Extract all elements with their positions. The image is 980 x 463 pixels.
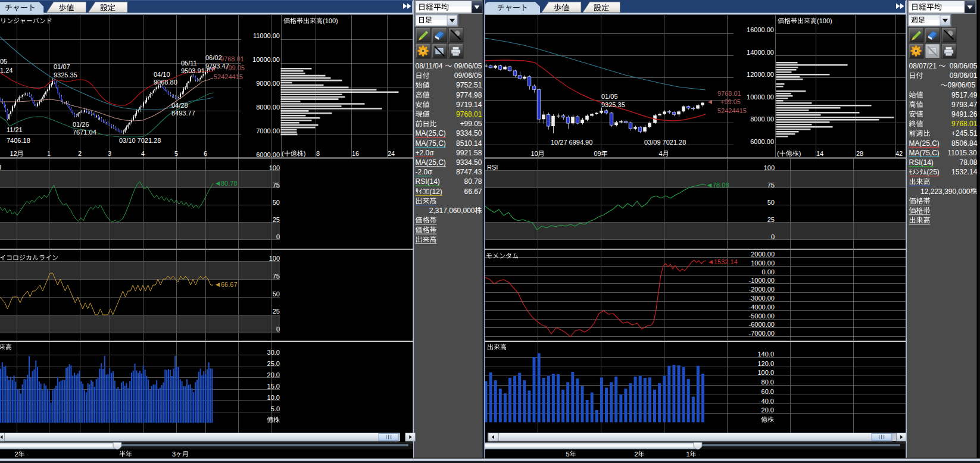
svg-text:10000.00: 10000.00 bbox=[747, 93, 774, 101]
svg-text:120.0: 120.0 bbox=[757, 360, 774, 367]
svg-text:9000.00: 9000.00 bbox=[256, 80, 280, 87]
svg-text:03/09 7021.28: 03/09 7021.28 bbox=[644, 139, 686, 146]
svg-text:100: 100 bbox=[269, 164, 280, 171]
svg-text:01/05: 01/05 bbox=[601, 93, 618, 100]
svg-text:11000.00: 11000.00 bbox=[253, 32, 280, 39]
svg-text:+99.05: +99.05 bbox=[460, 120, 482, 128]
svg-text:7000.00: 7000.00 bbox=[256, 127, 280, 134]
svg-text:25.0: 25.0 bbox=[267, 360, 280, 367]
svg-text:9768.01: 9768.01 bbox=[220, 55, 244, 62]
svg-text:11015.30: 11015.30 bbox=[948, 149, 977, 157]
svg-text:RSI(14): RSI(14) bbox=[416, 177, 440, 186]
svg-text:-4000.00: -4000.00 bbox=[749, 304, 775, 311]
svg-text:06/02: 06/02 bbox=[205, 54, 222, 61]
svg-text:8493.77: 8493.77 bbox=[171, 110, 195, 117]
svg-text:2,317,060,000: 2,317,060,000 bbox=[429, 207, 475, 215]
svg-text:9921.58: 9921.58 bbox=[456, 149, 482, 157]
svg-text:8000.00: 8000.00 bbox=[750, 115, 774, 123]
svg-text:2: 2 bbox=[78, 150, 82, 157]
svg-text:9768.01: 9768.01 bbox=[456, 110, 482, 118]
svg-text:8506.84: 8506.84 bbox=[951, 139, 978, 148]
svg-text:52424415: 52424415 bbox=[717, 107, 747, 114]
svg-text:0: 0 bbox=[771, 233, 775, 240]
svg-text:14: 14 bbox=[816, 150, 823, 157]
svg-text:78.08: 78.08 bbox=[960, 158, 978, 167]
svg-text:9768.01: 9768.01 bbox=[717, 90, 741, 97]
svg-text:09/06/05: 09/06/05 bbox=[948, 81, 976, 89]
svg-text:9068.80: 9068.80 bbox=[154, 79, 177, 86]
svg-text:(100): (100) bbox=[323, 17, 338, 24]
svg-text:66.67: 66.67 bbox=[221, 281, 238, 288]
svg-text:1: 1 bbox=[47, 150, 51, 157]
svg-text:8000.00: 8000.00 bbox=[256, 104, 280, 111]
svg-text:(100): (100) bbox=[817, 17, 832, 24]
svg-text:09/06/05: 09/06/05 bbox=[454, 71, 482, 80]
svg-text:4: 4 bbox=[658, 150, 662, 157]
svg-text:10.0: 10.0 bbox=[267, 394, 280, 401]
svg-text:-2.0σ: -2.0σ bbox=[416, 168, 433, 176]
svg-text:9325.35: 9325.35 bbox=[54, 71, 77, 79]
svg-text:01/26: 01/26 bbox=[73, 121, 89, 128]
svg-text:25: 25 bbox=[273, 308, 280, 315]
svg-text:): ) bbox=[799, 150, 801, 157]
svg-text:+2.0σ: +2.0σ bbox=[416, 149, 435, 157]
svg-text:15.0: 15.0 bbox=[267, 383, 280, 390]
svg-text:(: ( bbox=[777, 150, 779, 157]
svg-text:9503.91: 9503.91 bbox=[181, 67, 205, 74]
svg-text:09/06/05: 09/06/05 bbox=[950, 62, 978, 70]
svg-text:6000.00: 6000.00 bbox=[750, 138, 774, 145]
svg-text:3: 3 bbox=[172, 451, 176, 458]
svg-text:100.0: 100.0 bbox=[757, 369, 774, 376]
svg-text:(12): (12) bbox=[430, 187, 442, 196]
svg-text:RSI: RSI bbox=[0, 164, 1, 171]
svg-text:9719.14: 9719.14 bbox=[456, 101, 482, 109]
svg-text:3: 3 bbox=[108, 150, 111, 157]
svg-text:09: 09 bbox=[594, 150, 601, 157]
svg-text:12000.00: 12000.00 bbox=[747, 71, 774, 78]
svg-text:6: 6 bbox=[204, 150, 207, 157]
svg-text:08/07/21: 08/07/21 bbox=[909, 62, 937, 70]
svg-text:9325.35: 9325.35 bbox=[601, 101, 625, 108]
svg-text:+99.05: +99.05 bbox=[720, 98, 741, 105]
svg-text:-2000.00: -2000.00 bbox=[749, 286, 775, 293]
svg-text:MA(25,C): MA(25,C) bbox=[416, 158, 446, 167]
svg-text:10: 10 bbox=[530, 150, 538, 157]
svg-text:8510.14: 8510.14 bbox=[456, 139, 482, 148]
svg-text:78.08: 78.08 bbox=[713, 182, 729, 189]
svg-text:-3000.00: -3000.00 bbox=[749, 295, 775, 302]
svg-text:03/10 7021.28: 03/10 7021.28 bbox=[119, 137, 161, 144]
svg-text:MA(75,C): MA(75,C) bbox=[909, 149, 940, 157]
svg-text:100: 100 bbox=[764, 164, 775, 171]
svg-text:9334.50: 9334.50 bbox=[456, 158, 482, 167]
svg-text:0.00: 0.00 bbox=[762, 268, 775, 276]
svg-text:04/28: 04/28 bbox=[171, 102, 188, 109]
svg-text:25: 25 bbox=[767, 216, 775, 223]
svg-text:1: 1 bbox=[686, 451, 689, 458]
svg-text:-6000.00: -6000.00 bbox=[749, 321, 775, 328]
svg-text:75: 75 bbox=[767, 182, 775, 189]
svg-text:05: 05 bbox=[0, 58, 7, 65]
svg-text:RSI(14): RSI(14) bbox=[909, 158, 934, 167]
svg-text:RSI: RSI bbox=[487, 164, 498, 171]
svg-text:1.24: 1.24 bbox=[0, 67, 13, 74]
svg-text:24: 24 bbox=[388, 150, 395, 157]
svg-text:1532.14: 1532.14 bbox=[714, 258, 738, 265]
svg-text:16: 16 bbox=[352, 150, 359, 157]
svg-text:16000.00: 16000.00 bbox=[747, 26, 774, 33]
svg-text:75: 75 bbox=[273, 182, 280, 189]
svg-text:04/10: 04/10 bbox=[154, 71, 170, 78]
svg-text:10/27 6994.90: 10/27 6994.90 bbox=[551, 139, 592, 146]
svg-text:-1000.00: -1000.00 bbox=[749, 277, 775, 284]
svg-text:80.78: 80.78 bbox=[221, 180, 238, 187]
svg-text:20.0: 20.0 bbox=[761, 406, 774, 414]
svg-text:60.0: 60.0 bbox=[761, 388, 774, 395]
svg-text:50: 50 bbox=[273, 199, 280, 206]
svg-text:52424415: 52424415 bbox=[214, 73, 243, 80]
svg-text:9793.47: 9793.47 bbox=[205, 62, 229, 70]
svg-text:MA(75,C): MA(75,C) bbox=[416, 139, 446, 148]
svg-text:12: 12 bbox=[10, 150, 17, 157]
svg-text:9334.50: 9334.50 bbox=[456, 129, 482, 137]
svg-text:): ) bbox=[304, 150, 306, 157]
svg-text:MA(25,C): MA(25,C) bbox=[416, 129, 446, 137]
svg-text:2: 2 bbox=[634, 451, 638, 458]
